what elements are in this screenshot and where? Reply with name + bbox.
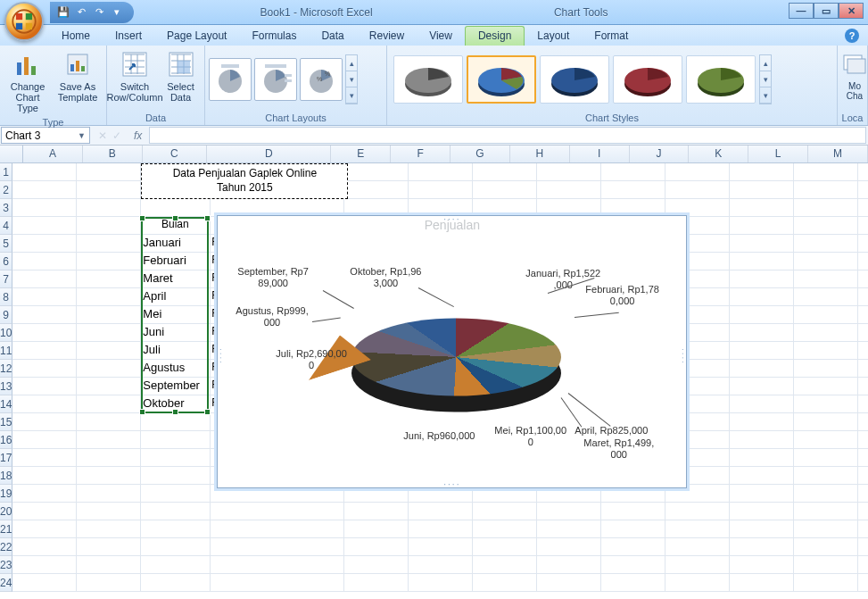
- leader-line: [323, 290, 354, 309]
- worksheet-grid[interactable]: A B C D E F G H I J K L M 1 2 3 4 5 6 7 …: [0, 146, 868, 599]
- tab-insert[interactable]: Insert: [103, 27, 154, 46]
- name-box-dropdown-icon[interactable]: ▼: [78, 131, 86, 140]
- qat-dropdown-icon[interactable]: ▾: [109, 4, 125, 21]
- style-thumb-5[interactable]: [686, 55, 756, 104]
- layout-thumb-1[interactable]: [209, 58, 252, 101]
- col-head[interactable]: A: [23, 146, 83, 162]
- col-head[interactable]: I: [570, 146, 630, 162]
- row-head[interactable]: 3: [0, 199, 12, 217]
- row-head[interactable]: 12: [0, 360, 12, 378]
- row-head[interactable]: 13: [0, 378, 12, 395]
- col-head[interactable]: H: [510, 146, 570, 162]
- row-head[interactable]: 15: [0, 413, 12, 431]
- row-head[interactable]: 21: [0, 520, 12, 538]
- row-head[interactable]: 24: [0, 574, 12, 592]
- row-head[interactable]: 22: [0, 538, 12, 556]
- style-gallery-scroll[interactable]: ▴▾▾: [759, 54, 772, 104]
- pie-chart[interactable]: Januari, Rp1,522,000 Februari, Rp1,780,0…: [218, 232, 686, 482]
- row-head[interactable]: 20: [0, 503, 12, 520]
- minimize-button[interactable]: —: [789, 3, 814, 19]
- row-head[interactable]: 5: [0, 235, 12, 253]
- column-headers: A B C D E F G H I J K L M: [0, 146, 868, 163]
- tab-review[interactable]: Review: [357, 27, 417, 46]
- col-head[interactable]: F: [391, 146, 451, 162]
- layout-gallery-scroll[interactable]: ▴▾▾: [345, 54, 358, 104]
- col-head[interactable]: J: [630, 146, 690, 162]
- row-head[interactable]: 6: [0, 253, 12, 270]
- pie-label-maret: Maret, Rp1,499,000: [583, 437, 654, 460]
- scroll-down-icon[interactable]: ▾: [346, 71, 357, 87]
- row-head[interactable]: 7: [0, 270, 12, 288]
- row-head[interactable]: 10: [0, 324, 12, 342]
- select-all-corner[interactable]: [0, 146, 23, 162]
- col-head[interactable]: E: [331, 146, 391, 162]
- scroll-down-icon[interactable]: ▾: [760, 71, 771, 87]
- row-head[interactable]: 8: [0, 288, 12, 306]
- pie-label-april: April, Rp825,000: [575, 425, 648, 437]
- col-head[interactable]: G: [451, 146, 510, 162]
- selection-handle[interactable]: [139, 409, 145, 415]
- selection-handle[interactable]: [172, 215, 178, 221]
- scroll-up-icon[interactable]: ▴: [760, 55, 771, 71]
- fx-icon[interactable]: fx: [128, 126, 147, 145]
- save-as-template-button[interactable]: Save As Template: [54, 47, 102, 105]
- chart-layouts-gallery[interactable]: %% ▴▾▾: [209, 47, 383, 112]
- selection-handle[interactable]: [204, 215, 211, 221]
- col-head[interactable]: D: [207, 146, 331, 162]
- gallery-more-icon[interactable]: ▾: [346, 87, 357, 104]
- tab-page-layout[interactable]: Page Layout: [154, 27, 239, 46]
- formula-input[interactable]: [149, 127, 866, 144]
- row-head[interactable]: 23: [0, 556, 12, 574]
- cell-title-merged[interactable]: Data Penjualan Gaplek Online Tahun 2015: [141, 163, 348, 199]
- help-icon[interactable]: ?: [845, 29, 859, 43]
- row-head[interactable]: 18: [0, 467, 12, 485]
- switch-row-column-button[interactable]: Switch Row/Column: [111, 47, 159, 105]
- style-thumb-3[interactable]: [540, 55, 609, 104]
- maximize-button[interactable]: ▭: [814, 3, 839, 19]
- col-head[interactable]: K: [689, 146, 748, 162]
- undo-icon[interactable]: ↶: [73, 4, 89, 21]
- selection-handle[interactable]: [139, 215, 145, 221]
- tab-home[interactable]: Home: [49, 27, 103, 46]
- col-head[interactable]: B: [83, 146, 143, 162]
- redo-icon[interactable]: ↷: [91, 4, 107, 21]
- embedded-chart[interactable]: ···· ···· ···· ···· Penjualan Januari, R…: [217, 215, 687, 488]
- row-head[interactable]: 19: [0, 485, 12, 503]
- row-head[interactable]: 17: [0, 449, 12, 467]
- style-thumb-2[interactable]: [467, 55, 536, 104]
- tab-format[interactable]: Format: [582, 27, 641, 46]
- scroll-up-icon[interactable]: ▴: [346, 55, 357, 71]
- row-head[interactable]: 14: [0, 395, 12, 413]
- layout-thumb-2[interactable]: [254, 58, 297, 101]
- style-thumb-4[interactable]: [613, 55, 682, 104]
- office-button[interactable]: [4, 2, 44, 41]
- cells-area[interactable]: document.write(Array.from({length:24}).m…: [12, 163, 868, 592]
- tab-formulas[interactable]: Formulas: [239, 27, 309, 46]
- selection-handle[interactable]: [204, 409, 211, 415]
- tab-layout[interactable]: Layout: [525, 27, 582, 46]
- close-button[interactable]: ✕: [839, 3, 864, 19]
- gallery-more-icon[interactable]: ▾: [760, 87, 771, 104]
- row-head[interactable]: 1: [0, 163, 12, 181]
- tab-view[interactable]: View: [417, 27, 465, 46]
- row-head[interactable]: 9: [0, 306, 12, 324]
- svg-text:%: %: [317, 76, 322, 82]
- col-head[interactable]: M: [808, 146, 868, 162]
- save-icon[interactable]: 💾: [55, 4, 71, 21]
- row-head[interactable]: 4: [0, 217, 12, 235]
- tab-design[interactable]: Design: [465, 26, 525, 46]
- chart-styles-gallery[interactable]: ▴▾▾: [391, 47, 833, 112]
- row-head[interactable]: 11: [0, 342, 12, 360]
- style-thumb-1[interactable]: [393, 55, 463, 104]
- row-head[interactable]: 2: [0, 181, 12, 199]
- tab-data[interactable]: Data: [309, 27, 356, 46]
- layout-thumb-3[interactable]: %%: [300, 58, 343, 101]
- move-chart-button[interactable]: Mo Cha: [841, 47, 868, 104]
- col-head[interactable]: C: [143, 146, 207, 162]
- chart-resize-top[interactable]: ····: [443, 214, 460, 224]
- change-chart-type-button[interactable]: Change Chart Type: [4, 47, 52, 116]
- col-head[interactable]: L: [748, 146, 808, 162]
- select-data-button[interactable]: Select Data: [161, 47, 201, 105]
- row-head[interactable]: 16: [0, 431, 12, 449]
- selection-handle[interactable]: [172, 409, 178, 415]
